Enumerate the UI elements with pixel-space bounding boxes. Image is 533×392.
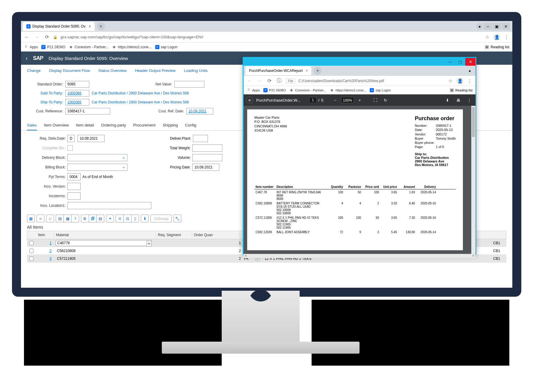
tool-copy-icon[interactable]: 🗐 — [89, 215, 96, 222]
group-button[interactable]: 🗀 Group — [150, 215, 172, 222]
req-deliv-date-input[interactable] — [78, 135, 105, 142]
cust-ref-date-input[interactable] — [186, 108, 213, 114]
pdf-close-button[interactable]: ✕ — [465, 58, 475, 66]
p21-bookmark[interactable]: PP21 DEMO — [263, 88, 286, 92]
fit-page-icon[interactable]: ⛶ — [372, 97, 379, 104]
delivery-block-select[interactable] — [67, 154, 127, 161]
p21-bookmark[interactable]: PP21 DEMO — [41, 45, 65, 49]
deliver-plant-input[interactable] — [193, 135, 208, 142]
pdf-viewport[interactable]: Master Car PartsP.O. BOX 631376CINCINNAT… — [244, 106, 475, 254]
info-icon[interactable]: ⓘ — [276, 76, 283, 85]
pricing-date-input[interactable] — [192, 164, 219, 171]
back-button[interactable]: ← — [23, 33, 31, 41]
reading-list[interactable]: ▤Reading list — [485, 45, 509, 49]
pdf-tab[interactable]: PurchPurchaseOrder.WCAReport × — [245, 66, 311, 75]
net-value-input[interactable] — [174, 81, 204, 88]
sap-back-button[interactable]: ‹ — [26, 55, 28, 61]
pdf-minimize-button[interactable]: ─ — [445, 58, 455, 66]
row-checkbox[interactable] — [27, 249, 36, 253]
total-weight-input[interactable] — [192, 144, 222, 152]
header-output-action[interactable]: Header Output Preview — [135, 68, 176, 73]
pdf-url[interactable]: C:/Users/sallen/Downloads/Car%20Parts%20… — [298, 79, 444, 83]
back-button[interactable]: ← — [246, 77, 253, 85]
inco-version-input[interactable] — [67, 183, 81, 190]
pdf-new-tab-button[interactable]: + — [314, 67, 321, 75]
tab-ordering-party[interactable]: Ordering party — [101, 120, 126, 130]
tool-config-icon[interactable]: ▦ — [27, 215, 35, 222]
browser-tab[interactable]: S Display Standard Order 5095: Ov × — [23, 22, 95, 31]
vertical-scrollbar[interactable] — [471, 106, 475, 254]
billing-block-select[interactable] — [67, 164, 127, 171]
tool-calc-icon[interactable]: ▯ — [131, 215, 139, 222]
profile-avatar-icon[interactable]: 👤 — [493, 34, 500, 40]
star-icon[interactable]: ☆ — [484, 34, 490, 40]
demo2-bookmark[interactable]: ◉https://demo2.cone... — [112, 45, 151, 49]
material-input[interactable] — [56, 240, 152, 246]
pdf-sidebar-toggle-icon[interactable]: ≡ — [246, 97, 253, 104]
pdf-page-input[interactable] — [309, 97, 316, 103]
zoom-out-button[interactable]: − — [332, 97, 338, 104]
tab-item-overview[interactable]: Item Overview — [44, 120, 69, 130]
profile-avatar-icon[interactable]: 👤 — [457, 78, 463, 84]
forward-button[interactable]: → — [256, 77, 263, 85]
menu-icon[interactable]: ⋮ — [466, 78, 473, 84]
tab-sales[interactable]: Sales — [27, 120, 37, 130]
tool-scale-icon[interactable]: ⚖ — [123, 215, 131, 222]
tool-wrench-icon[interactable]: 🔧 — [173, 215, 181, 222]
tab-procurement[interactable]: Procurement — [133, 120, 155, 130]
sold-to-input[interactable] — [65, 90, 89, 97]
reload-button[interactable]: ⟳ — [44, 33, 50, 41]
tool-ab-icon[interactable]: ⧈ — [116, 215, 123, 222]
saplogon-bookmark[interactable]: Ssap Logon — [370, 88, 391, 92]
zoom-in-button[interactable]: + — [357, 97, 363, 104]
inco-location-input[interactable] — [67, 202, 151, 209]
std-order-input[interactable] — [65, 81, 89, 88]
pyt-terms-input[interactable] — [67, 173, 81, 180]
close-tab-icon[interactable]: × — [88, 24, 91, 29]
forward-button[interactable]: → — [34, 33, 41, 41]
profile-icon[interactable]: ● — [466, 67, 473, 74]
tool-barcode-icon[interactable]: ⦀ — [71, 215, 79, 222]
tool-add-icon[interactable]: ⊕ — [37, 215, 44, 222]
url-field[interactable]: gcx.saprac.sap.com/sap/bc/gui/sap/its/we… — [61, 35, 481, 39]
download-icon[interactable]: ⬇ — [444, 97, 451, 104]
close-tab-icon[interactable]: × — [306, 69, 308, 73]
incoterms-input[interactable] — [67, 192, 81, 200]
value-help-icon[interactable]: ▭ — [146, 241, 152, 246]
zoom-level[interactable]: 100% — [341, 97, 354, 103]
change-action[interactable]: Change — [27, 68, 41, 73]
minimize-button[interactable]: ─ — [484, 23, 492, 30]
close-window-button[interactable]: ✕ — [502, 23, 510, 30]
reading-list[interactable]: ▤Reading list — [450, 88, 472, 92]
tool-grid-icon[interactable]: ▤ — [56, 215, 64, 222]
star-icon[interactable]: ☆ — [447, 78, 454, 84]
horizontal-scrollbar[interactable] — [244, 254, 475, 258]
docflow-action[interactable]: Display Document Flow — [49, 68, 90, 73]
cust-ref-input[interactable] — [65, 108, 110, 114]
tool-layout-icon[interactable]: ▦ — [64, 215, 71, 222]
new-tab-button[interactable]: + — [97, 22, 105, 30]
user-indicator-icon[interactable]: ● — [476, 23, 483, 30]
tool-doc-icon[interactable]: 🗎 — [81, 215, 89, 222]
print-icon[interactable]: 🖶 — [455, 97, 462, 104]
rotate-icon[interactable]: ↻ — [382, 97, 389, 104]
sold-to-label[interactable]: Sold-To Party: — [27, 91, 63, 95]
item-number-link[interactable]: 1 — [36, 241, 54, 245]
apps-bookmark[interactable]: ⠿Apps — [24, 45, 38, 49]
loading-units-action[interactable]: Loading Units — [184, 68, 208, 73]
ship-to-link[interactable]: Car Parts Distribution / 2900 Delaware A… — [92, 100, 189, 104]
row-checkbox[interactable] — [27, 257, 36, 261]
ship-to-input[interactable] — [65, 99, 89, 105]
tool-remove-icon[interactable]: ⊖ — [46, 215, 54, 222]
conexiom-bookmark[interactable]: ◉Conexiom - Partner... — [289, 88, 326, 92]
tab-item-detail[interactable]: Item detail — [76, 120, 94, 130]
tab-config[interactable]: Config — [185, 120, 197, 130]
more-icon[interactable]: ⋮ — [466, 97, 473, 104]
row-checkbox[interactable] — [27, 241, 36, 245]
sold-to-link[interactable]: Car Parts Distribution / 2900 Delaware A… — [92, 91, 189, 95]
tool-download-icon[interactable]: ⬇ — [141, 215, 149, 222]
saplogon-bookmark[interactable]: Ssap Logon — [155, 45, 178, 49]
ship-to-label[interactable]: Ship-To Party: — [27, 100, 63, 104]
status-action[interactable]: Status Overview — [98, 68, 127, 73]
pdf-maximize-button[interactable]: ▢ — [455, 58, 465, 66]
